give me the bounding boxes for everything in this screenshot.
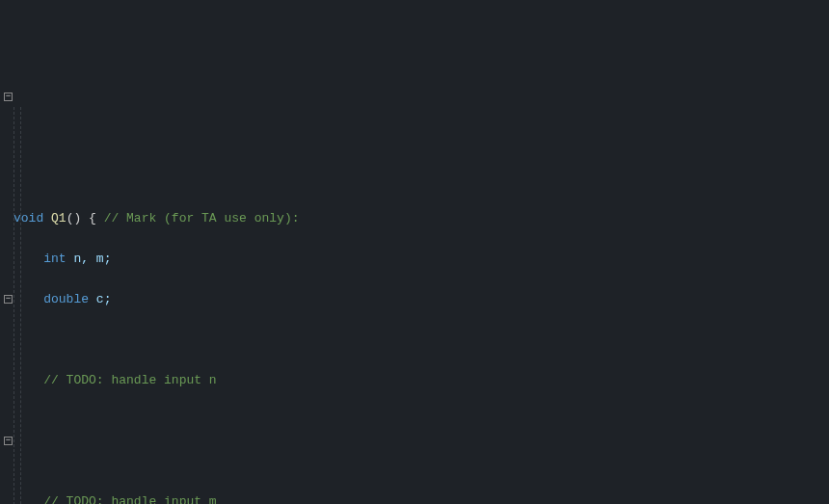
code-area[interactable]: void Q1() { // Mark (for TA use only): i… <box>13 188 829 504</box>
keyword: double <box>43 292 89 306</box>
fold-toggle-icon[interactable]: − <box>4 295 13 304</box>
fold-gutter: − − − <box>0 87 13 504</box>
code-line[interactable]: // TODO: handle input m <box>13 491 829 504</box>
indent-guide <box>13 107 14 504</box>
function-name: Q1 <box>51 211 67 225</box>
comment: // Mark (for TA use only): <box>104 211 300 225</box>
keyword: void <box>13 211 43 225</box>
code-line[interactable] <box>13 411 829 431</box>
identifier: n, m; <box>67 252 112 266</box>
code-editor[interactable]: − − − void Q1() { // Mark (for TA use on… <box>0 81 829 504</box>
parens: () <box>67 211 82 225</box>
fold-toggle-icon[interactable]: − <box>4 93 13 101</box>
comment: // TODO: handle input n <box>43 373 216 387</box>
keyword: int <box>43 252 66 266</box>
fold-toggle-icon[interactable]: − <box>4 437 13 445</box>
comment: // TODO: handle input m <box>43 494 216 504</box>
brace: { <box>81 211 103 225</box>
code-line[interactable] <box>13 451 829 471</box>
code-line[interactable] <box>13 330 829 350</box>
code-line[interactable]: // TODO: handle input n <box>13 370 829 390</box>
code-line[interactable]: void Q1() { // Mark (for TA use only): <box>13 208 829 228</box>
indent-guide <box>20 107 21 504</box>
code-line[interactable]: double c; <box>13 289 829 309</box>
code-line[interactable]: int n, m; <box>13 249 829 269</box>
identifier: c; <box>89 292 111 306</box>
